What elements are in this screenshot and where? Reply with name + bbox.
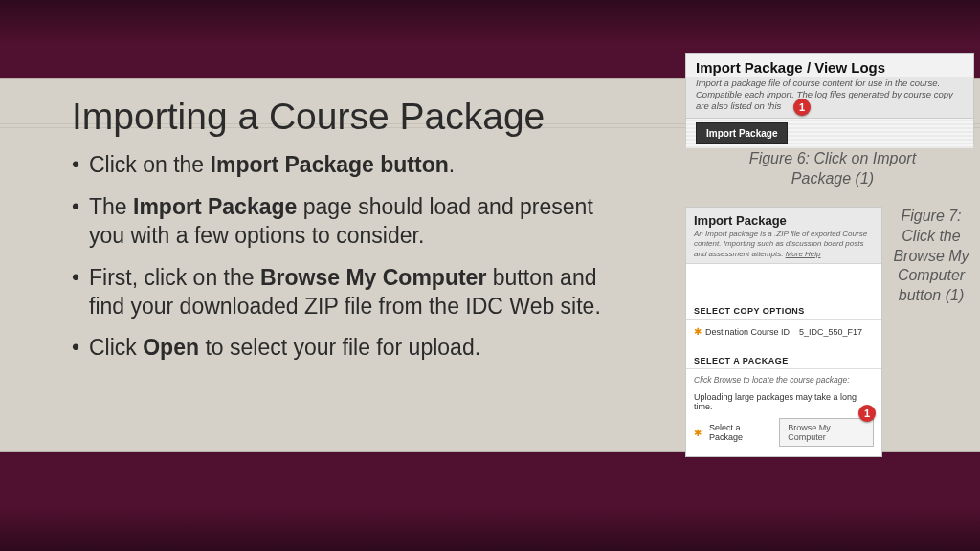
callout-badge-1: 1 [858, 405, 876, 422]
import-package-button[interactable]: Import Package [696, 122, 788, 144]
text: Click on the [89, 152, 211, 177]
text: The [89, 194, 133, 219]
bullet-list: Click on the Import Package button. The … [72, 151, 622, 376]
destination-row: ✱ Destination Course ID 5_IDC_550_F17 [686, 320, 881, 341]
warning-text: Uploading large packages may take a long… [686, 386, 881, 413]
text-bold: Open [143, 335, 199, 360]
figure-6-screenshot: Import Package / View Logs Import a pack… [685, 53, 974, 144]
required-asterisk-icon: ✱ [694, 428, 702, 438]
more-help-link[interactable]: More Help [786, 250, 821, 258]
bullet-item: Click Open to select your file for uploa… [72, 334, 622, 363]
figure-7-screenshot: Import Package An Import package is a .Z… [685, 207, 882, 457]
text: to select your file for upload. [199, 335, 480, 360]
note-text: Click Browse to locate the course packag… [686, 369, 881, 386]
fig6-description: Import a package file of course content … [686, 77, 973, 118]
section-heading: SELECT A PACKAGE [686, 346, 881, 369]
text-bold: Import Package button [211, 152, 449, 177]
fig6-title: Import Package / View Logs [686, 54, 973, 77]
bullet-item: The Import Package page should load and … [72, 193, 622, 251]
value: 5_IDC_550_F17 [799, 327, 862, 337]
bullet-item: First, click on the Browse My Computer b… [72, 264, 622, 321]
text-bold: Import Package [133, 194, 297, 219]
label: Destination Course ID [705, 327, 790, 337]
text: Click [89, 335, 143, 360]
text: . [449, 152, 455, 177]
fig6-toolbar: Import Package [686, 118, 973, 148]
text: An Import package is a .ZIP file of expo… [694, 230, 867, 258]
text: First, click on the [89, 265, 260, 290]
fig7-subtitle: An Import package is a .ZIP file of expo… [694, 230, 874, 259]
label: Select a Package [709, 423, 771, 442]
browse-my-computer-button[interactable]: Browse My Computer [779, 418, 874, 447]
figure-7-caption: Figure 7: Click the Browse My Computer b… [892, 207, 970, 306]
page-title: Importing a Course Package [72, 96, 545, 138]
figure-6-caption: Figure 6: Click on Import Package (1) [727, 149, 938, 189]
section-heading: SELECT COPY OPTIONS [686, 297, 881, 320]
bullet-item: Click on the Import Package button. [72, 151, 622, 180]
text-bold: Browse My Computer [260, 265, 486, 290]
fig7-title: Import Package [694, 213, 874, 228]
required-asterisk-icon: ✱ [694, 326, 702, 337]
select-package-row: ✱ Select a Package Browse My Computer [686, 413, 881, 454]
callout-badge-1: 1 [793, 99, 811, 116]
fig7-header: Import Package An Import package is a .Z… [686, 208, 881, 264]
